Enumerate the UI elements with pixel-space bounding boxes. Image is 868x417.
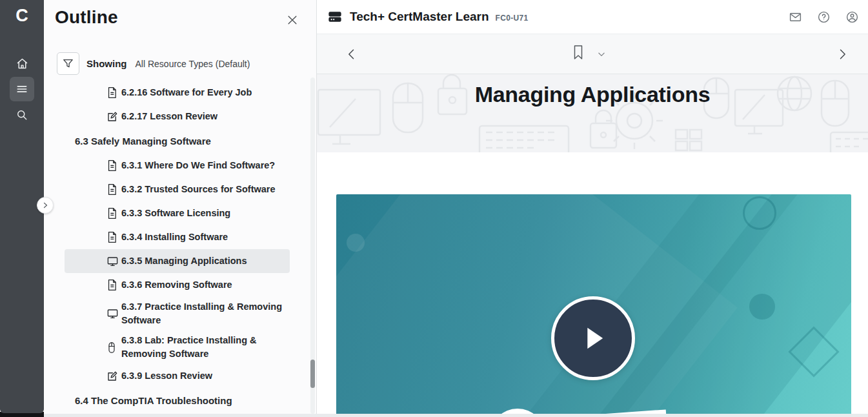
home-icon [15, 57, 29, 70]
play-icon [576, 321, 610, 355]
filter-value: All Resource Types (Default) [136, 59, 250, 69]
outline-item-label: 6.3.3 Software Licensing [121, 203, 233, 223]
menu-icon [15, 83, 28, 96]
search-icon [15, 108, 28, 121]
mouse-icon [106, 341, 119, 354]
app-title: Tech+ CertMaster Learn [350, 10, 489, 24]
document-icon [106, 159, 119, 172]
outline-scrollbar[interactable] [310, 77, 315, 414]
outline-item[interactable]: 6.3.5 Managing Applications [65, 249, 290, 273]
outline-item-label: 6.3.5 Managing Applications [121, 251, 249, 271]
outline-item-label: 6.2.17 Lesson Review [121, 107, 220, 127]
video-decor-dot [749, 294, 775, 320]
outline-title: Outline [55, 7, 118, 28]
outline-item[interactable]: 6.3.6 Removing Software [65, 273, 290, 297]
filter-showing-label: Showing [86, 58, 127, 69]
bottom-edge-strip [44, 414, 868, 417]
outline-item[interactable]: 6.3.9 Lesson Review [65, 364, 290, 388]
messages-button[interactable] [788, 10, 802, 25]
play-button[interactable] [551, 296, 635, 380]
expand-panel-button[interactable] [37, 197, 54, 214]
help-button[interactable] [816, 10, 831, 25]
outline-item-label: 6.4 The CompTIA Troubleshooting [75, 391, 235, 411]
filter-button[interactable] [57, 52, 79, 75]
app-header: Tech+ CertMaster Learn FC0-U71 [317, 0, 868, 34]
outline-item[interactable]: 6.3.1 Where Do We Find Software? [65, 154, 290, 178]
outline-list: 6.2.16 Software for Every Job6.2.17 Less… [65, 81, 290, 413]
outline-item[interactable]: 6.3.3 Software Licensing [65, 201, 290, 225]
outline-item-label: 6.3.2 Trusted Sources for Software [121, 179, 278, 199]
next-page-button[interactable] [836, 48, 849, 61]
chevron-down-icon [597, 50, 606, 59]
chevron-right-icon [836, 48, 849, 61]
edit-icon [106, 111, 119, 123]
bookmark-icon [571, 44, 585, 61]
outline-item[interactable]: 6.2.17 Lesson Review [65, 105, 290, 128]
outline-item-label: 6.3.1 Where Do We Find Software? [121, 156, 278, 176]
document-icon [106, 231, 119, 243]
outline-section-header[interactable]: 6.4 The CompTIA Troubleshooting [65, 388, 290, 413]
monitor-icon [106, 256, 119, 267]
outline-item-label: 6.3.8 Lab: Practice Installing & Removin… [121, 331, 290, 364]
outline-scrollbar-thumb[interactable] [310, 360, 315, 388]
filter-funnel-icon [62, 57, 74, 70]
mail-icon [789, 10, 802, 24]
account-icon [845, 10, 859, 24]
outline-item-label: 6.3.7 Practice Installing & Removing Sof… [121, 297, 290, 331]
course-code: FC0-U71 [496, 14, 529, 23]
document-icon [106, 183, 119, 196]
outline-item-label: 6.3 Safely Managing Software [75, 131, 214, 151]
main-area: Tech+ CertMaster Learn FC0-U71 [316, 0, 868, 417]
outline-item[interactable]: 6.3.7 Practice Installing & Removing Sof… [65, 297, 290, 331]
outline-menu-button[interactable] [10, 77, 34, 101]
outline-item[interactable]: 6.2.16 Software for Every Job [65, 81, 290, 105]
outline-item-label: 6.3.4 Installing Software [121, 227, 230, 247]
bookmark-button[interactable] [571, 44, 585, 61]
monitor-icon [106, 308, 119, 320]
video-player[interactable] [336, 194, 851, 417]
outline-item-label: 6.3.9 Lesson Review [121, 366, 215, 386]
document-icon [106, 86, 119, 99]
outline-item-label: 6.2.16 Software for Every Job [121, 83, 254, 103]
lesson-title-banner: Managing Applications [317, 74, 868, 152]
outline-item[interactable]: 6.3.4 Installing Software [65, 225, 290, 249]
document-icon [106, 207, 119, 219]
help-icon [817, 10, 831, 24]
outline-section-header[interactable]: 6.3 Safely Managing Software [65, 128, 290, 154]
outline-panel: Outline Showing All Resource Types (Defa… [44, 0, 316, 417]
bookmark-dropdown-button[interactable] [597, 50, 606, 59]
chevron-left-icon [345, 48, 358, 61]
search-button[interactable] [10, 103, 34, 127]
outline-item[interactable]: 6.3.2 Trusted Sources for Software [65, 178, 290, 201]
close-outline-button[interactable] [286, 12, 301, 28]
video-decor-blob [347, 234, 365, 252]
close-icon [286, 14, 301, 26]
document-icon [106, 279, 119, 291]
outline-item-label: 6.3.6 Removing Software [121, 275, 235, 295]
filter-row: Showing All Resource Types (Default) [57, 52, 250, 75]
previous-page-button[interactable] [345, 48, 358, 61]
outline-item[interactable]: 6.3.8 Lab: Practice Installing & Removin… [65, 331, 290, 364]
page-title: Managing Applications [317, 82, 868, 107]
certmaster-app-icon [328, 10, 342, 24]
home-button[interactable] [10, 51, 34, 76]
comptia-logo: C [15, 5, 28, 26]
chevron-right-icon [41, 201, 49, 209]
account-button[interactable] [845, 10, 859, 25]
video-decor-ring [743, 196, 776, 230]
edit-icon [106, 371, 119, 382]
lesson-navbar [317, 34, 868, 74]
